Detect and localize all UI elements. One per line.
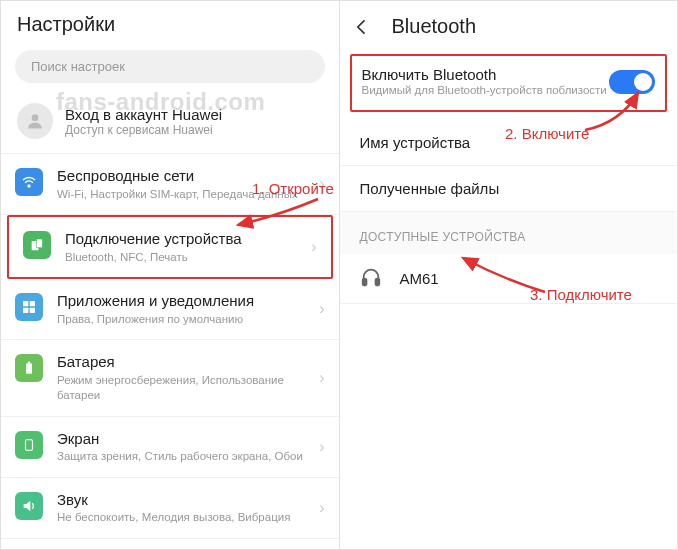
chevron-right-icon: › xyxy=(319,300,324,318)
account-sub: Доступ к сервисам Huawei xyxy=(65,123,323,137)
bluetooth-panel: Bluetooth Включить Bluetooth Видимый для… xyxy=(340,1,678,549)
headphones-icon xyxy=(360,266,382,291)
settings-title: Настройки xyxy=(1,1,339,46)
device-name: AM61 xyxy=(400,270,439,287)
item-title: Батарея xyxy=(57,352,315,372)
chevron-right-icon: › xyxy=(319,369,324,387)
item-title: Экран xyxy=(57,429,315,449)
chevron-right-icon: › xyxy=(319,499,324,517)
avatar xyxy=(17,103,53,139)
settings-panel: Настройки Поиск настроек Вход в аккаунт … xyxy=(1,1,340,549)
settings-item-apps[interactable]: Приложения и уведомления Права, Приложен… xyxy=(1,279,339,340)
device-name-row[interactable]: Имя устройства xyxy=(340,120,678,166)
settings-item-device-connection[interactable]: Подключение устройства Bluetooth, NFC, П… xyxy=(7,215,333,279)
device-item-am61[interactable]: AM61 xyxy=(340,254,678,304)
svg-rect-12 xyxy=(362,279,366,285)
item-title: Беспроводные сети xyxy=(57,166,315,186)
settings-item-wireless[interactable]: Беспроводные сети Wi-Fi, Настройки SIM-к… xyxy=(1,154,339,215)
bluetooth-title: Bluetooth xyxy=(392,15,477,38)
bluetooth-header: Bluetooth xyxy=(340,1,678,50)
back-arrow-icon[interactable] xyxy=(352,17,372,37)
item-title: Звук xyxy=(57,490,315,510)
svg-rect-13 xyxy=(375,279,379,285)
item-sub: Bluetooth, NFC, Печать xyxy=(65,250,307,266)
item-sub: Не беспокоить, Мелодия вызова, Вибрация xyxy=(57,510,315,526)
svg-rect-5 xyxy=(30,301,35,306)
chevron-right-icon: › xyxy=(311,238,316,256)
screen-icon xyxy=(15,431,43,459)
connection-icon xyxy=(23,231,51,259)
item-title: Подключение устройства xyxy=(65,229,307,249)
svg-point-0 xyxy=(32,114,39,121)
account-row[interactable]: Вход в аккаунт Huawei Доступ к сервисам … xyxy=(1,95,339,154)
available-devices-label: ДОСТУПНЫЕ УСТРОЙСТВА xyxy=(340,212,678,254)
chevron-right-icon: › xyxy=(319,438,324,456)
item-title: Приложения и уведомления xyxy=(57,291,315,311)
sound-icon xyxy=(15,492,43,520)
svg-rect-3 xyxy=(36,239,42,248)
battery-icon xyxy=(15,354,43,382)
svg-rect-10 xyxy=(26,439,33,450)
settings-item-battery[interactable]: Батарея Режим энергосбережения, Использо… xyxy=(1,340,339,417)
search-input[interactable]: Поиск настроек xyxy=(15,50,325,83)
enable-sub: Видимый для Bluetooth-устройств поблизос… xyxy=(362,83,610,98)
apps-icon xyxy=(15,293,43,321)
bluetooth-enable-row[interactable]: Включить Bluetooth Видимый для Bluetooth… xyxy=(350,54,668,112)
settings-item-screen[interactable]: Экран Защита зрения, Стиль рабочего экра… xyxy=(1,417,339,478)
received-files-row[interactable]: Полученные файлы xyxy=(340,166,678,212)
svg-rect-6 xyxy=(23,308,28,313)
svg-rect-4 xyxy=(23,301,28,306)
item-sub: Режим энергосбережения, Использование ба… xyxy=(57,373,315,404)
item-sub: Защита зрения, Стиль рабочего экрана, Об… xyxy=(57,449,315,465)
enable-title: Включить Bluetooth xyxy=(362,66,610,83)
svg-rect-9 xyxy=(28,362,30,364)
chevron-right-icon: › xyxy=(319,175,324,193)
bluetooth-toggle[interactable] xyxy=(609,70,655,94)
wifi-icon xyxy=(15,168,43,196)
settings-item-memory[interactable]: Память Память, Очистка памяти › xyxy=(1,539,339,549)
item-sub: Права, Приложения по умолчанию xyxy=(57,312,315,328)
account-title: Вход в аккаунт Huawei xyxy=(65,106,323,123)
settings-item-sound[interactable]: Звук Не беспокоить, Мелодия вызова, Вибр… xyxy=(1,478,339,539)
svg-point-1 xyxy=(28,185,30,187)
item-sub: Wi-Fi, Настройки SIM-карт, Передача данн… xyxy=(57,187,315,203)
svg-rect-8 xyxy=(26,363,32,374)
svg-rect-7 xyxy=(30,308,35,313)
